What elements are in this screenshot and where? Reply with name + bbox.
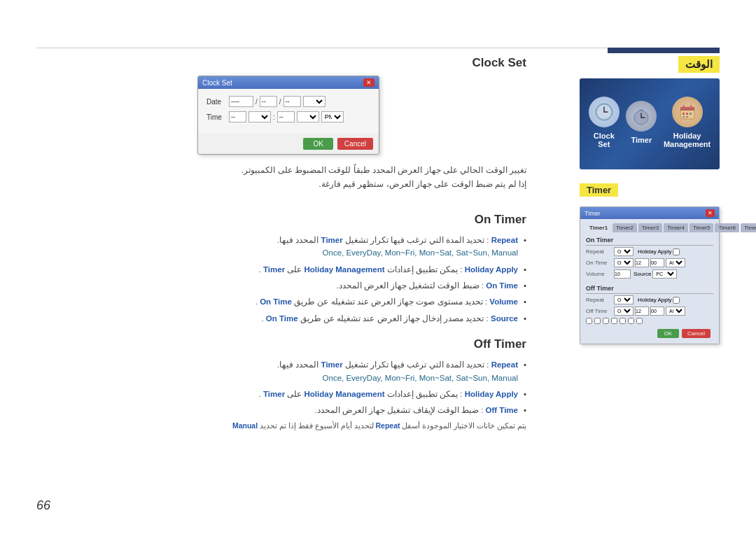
svg-rect-13 bbox=[686, 113, 688, 115]
timer-tab-2[interactable]: Timer2 bbox=[612, 223, 637, 232]
off-time-ampm[interactable]: AM bbox=[666, 307, 685, 316]
cancel-button[interactable]: Cancel bbox=[337, 138, 373, 150]
on-time-ampm[interactable]: AM bbox=[666, 258, 685, 267]
dialog-body: Date / / Time : bbox=[198, 89, 379, 134]
timer-ok-button[interactable]: OK bbox=[657, 329, 680, 338]
timer-tab-6[interactable]: Timer6 bbox=[715, 223, 739, 232]
time-spinner[interactable] bbox=[248, 111, 271, 122]
day-check-4[interactable] bbox=[611, 318, 617, 324]
dialog-close-button[interactable]: ✕ bbox=[363, 78, 374, 87]
on-timer-title: On Timer bbox=[36, 213, 540, 227]
repeat-row-off: Repeat Once Holiday Apply bbox=[586, 295, 713, 304]
svg-rect-16 bbox=[686, 116, 688, 118]
ontime-keyword: On Time bbox=[486, 281, 518, 290]
ampm-select[interactable]: PM AM bbox=[321, 111, 344, 122]
on-timer-header: On Timer bbox=[586, 237, 713, 246]
timer-badge: Timer bbox=[580, 183, 618, 197]
offtime-keyword: Off Time bbox=[486, 406, 518, 414]
off-timer-header: Off Timer bbox=[586, 285, 713, 294]
panel-item-clock: ClockSet bbox=[589, 97, 620, 148]
clock-set-dialog: Clock Set ✕ Date / / Time bbox=[197, 76, 379, 155]
date-field-3[interactable] bbox=[284, 96, 301, 107]
timer-dialog: Timer ✕ Timer1 Timer2 Timer3 Timer4 Time… bbox=[580, 206, 720, 344]
timer-tab-3[interactable]: Timer3 bbox=[638, 223, 663, 232]
day-check-2[interactable] bbox=[594, 318, 601, 324]
holiday-apply-check-off[interactable] bbox=[673, 297, 680, 304]
date-sep-2: / bbox=[279, 98, 281, 106]
repeat-keyword: Repeat bbox=[491, 236, 518, 244]
holiday-mgmt-keyword: Holiday Management bbox=[304, 265, 385, 274]
volume-input[interactable] bbox=[614, 269, 631, 279]
time-field-1[interactable] bbox=[229, 111, 246, 122]
clock-icon bbox=[589, 97, 620, 127]
holiday-icon bbox=[672, 97, 703, 127]
time-sep: : bbox=[273, 113, 275, 121]
timer-tab-5[interactable]: Timer5 bbox=[690, 223, 714, 232]
off-holiday-apply-keyword: Holiday Apply bbox=[465, 390, 518, 398]
volume-label-dialog: Volume bbox=[586, 271, 612, 277]
on-time-select[interactable]: Off bbox=[614, 258, 634, 267]
repeat-label-off: Repeat bbox=[586, 297, 612, 303]
timer-tab-4[interactable]: Timer4 bbox=[664, 223, 688, 232]
svg-rect-9 bbox=[680, 107, 694, 111]
repeat-select-off[interactable]: Once bbox=[614, 295, 634, 304]
timer-tabs: Timer1 Timer2 Timer3 Timer4 Timer5 Timer… bbox=[586, 223, 713, 232]
time-field-2[interactable] bbox=[277, 111, 295, 122]
off-time-select[interactable]: Off bbox=[614, 307, 634, 316]
holiday-apply-check-on[interactable] bbox=[673, 248, 680, 255]
off-time-min[interactable] bbox=[650, 307, 664, 316]
on-timer-item-source: Source : تحديد مصدر إدخال جهاز العرض عند… bbox=[36, 312, 526, 325]
date-field-2[interactable] bbox=[260, 96, 277, 107]
day-check-7[interactable] bbox=[636, 318, 643, 324]
day-check-5[interactable] bbox=[620, 318, 626, 324]
on-time-min[interactable] bbox=[650, 258, 664, 267]
left-section: Clock Set Clock Set ✕ Date / / bbox=[36, 56, 540, 430]
off-time-hour[interactable] bbox=[635, 307, 649, 316]
repeat-select-on[interactable]: Once bbox=[614, 247, 634, 256]
day-check-3[interactable] bbox=[603, 318, 609, 324]
source-select[interactable]: PC bbox=[652, 269, 677, 279]
off-timer-title: Off Timer bbox=[36, 337, 540, 351]
ontime-keyword-2: On Time bbox=[260, 297, 292, 306]
off-time-label: Off Time bbox=[586, 308, 612, 314]
date-spinner[interactable] bbox=[303, 96, 326, 107]
source-label-dialog: Source bbox=[634, 271, 651, 277]
panel-item-holiday: HolidayManagement bbox=[664, 97, 710, 148]
dialog-title: Clock Set bbox=[202, 79, 232, 87]
timer-tab-1[interactable]: Timer1 bbox=[586, 223, 611, 232]
holiday-label: HolidayManagement bbox=[664, 132, 710, 148]
repeat-options: Once, EveryDay, Mon~Fri, Mon~Sat, Sat~Su… bbox=[323, 248, 518, 257]
date-sep-1: / bbox=[255, 98, 258, 106]
timer-tab-7[interactable]: Timer7 bbox=[741, 223, 756, 232]
svg-rect-14 bbox=[690, 113, 692, 115]
clock-set-section: Clock Set Clock Set ✕ Date / / bbox=[36, 56, 540, 192]
timer-dialog-close-button[interactable]: ✕ bbox=[706, 209, 715, 217]
time-row: Time : PM AM bbox=[206, 111, 370, 122]
holiday-apply-label: Holiday Apply bbox=[638, 248, 671, 255]
holiday-apply-label-off: Holiday Apply bbox=[638, 297, 671, 303]
holiday-apply-keyword: Holiday Apply bbox=[465, 265, 518, 274]
ontime-keyword-3: On Time bbox=[266, 314, 298, 323]
svg-rect-5 bbox=[639, 109, 643, 111]
off-repeat-keyword: Repeat bbox=[491, 360, 518, 369]
dialog-titlebar: Clock Set ✕ bbox=[198, 76, 379, 89]
date-row: Date / / bbox=[206, 96, 370, 107]
ok-button[interactable]: OK bbox=[303, 138, 332, 150]
on-time-hour[interactable] bbox=[635, 258, 649, 267]
weekday-row bbox=[586, 318, 713, 324]
date-field-1[interactable] bbox=[229, 96, 253, 107]
time-spinner-2[interactable] bbox=[297, 111, 319, 122]
svg-rect-12 bbox=[682, 113, 685, 115]
timer-keyword-2: Timer bbox=[263, 265, 285, 274]
day-check-1[interactable] bbox=[586, 318, 592, 324]
clock-timer-holiday-panel: ClockSet Timer bbox=[580, 78, 720, 169]
panel-item-timer: Timer bbox=[626, 101, 657, 144]
off-timer-keyword-2: Timer bbox=[263, 390, 285, 398]
timer-dialog-body: Timer1 Timer2 Timer3 Timer4 Timer5 Timer… bbox=[580, 219, 719, 344]
timer-cancel-button[interactable]: Cancel bbox=[682, 329, 710, 338]
right-section: الوقت ClockSet bbox=[580, 56, 720, 344]
on-timer-item-repeat: Repeat : تحديد المدة التي ترغب فيها تكرا… bbox=[36, 234, 526, 260]
day-check-6[interactable] bbox=[628, 318, 634, 324]
off-repeat-options: Once, EveryDay, Mon~Fri, Mon~Sat, Sat~Su… bbox=[323, 374, 518, 382]
repeat-label-on: Repeat bbox=[586, 248, 612, 255]
